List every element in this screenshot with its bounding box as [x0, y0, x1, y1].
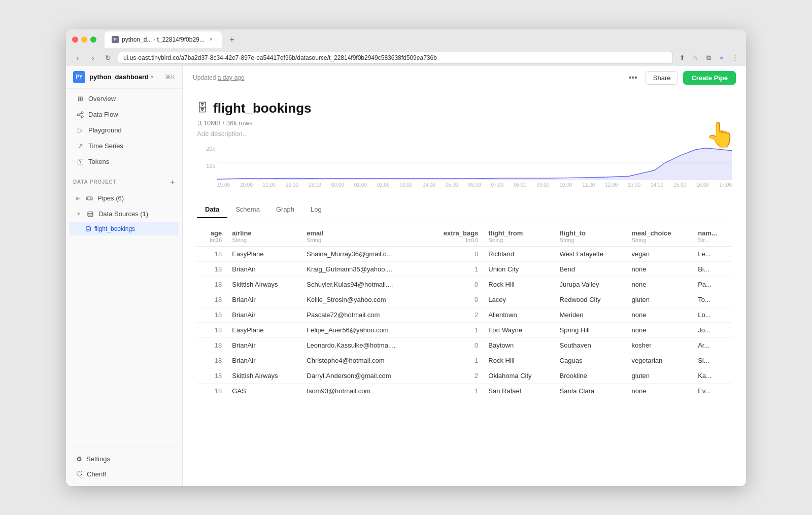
- workspace-name[interactable]: python_dashboard ▾: [89, 73, 153, 81]
- cell-name: Le...: [693, 246, 732, 261]
- tab-graph[interactable]: Graph: [268, 201, 302, 218]
- maximize-window-button[interactable]: [90, 37, 96, 43]
- cell-name: Ka...: [693, 368, 732, 383]
- back-button[interactable]: ‹: [72, 52, 83, 63]
- cell-airline: EasyPlane: [227, 322, 301, 337]
- overview-icon: ⊞: [76, 95, 84, 103]
- datasource-description[interactable]: Add description...: [197, 130, 732, 138]
- svg-point-0: [77, 114, 79, 116]
- datasource-db-icon: 🗄: [197, 101, 208, 115]
- cell-flight-to: Caguas: [555, 353, 627, 368]
- browser-tab[interactable]: P python_d... · t_22814f9f0b29... ×: [105, 31, 222, 48]
- cell-meal-choice: kosher: [627, 337, 693, 353]
- more-actions-button[interactable]: •••: [626, 71, 640, 84]
- tab-title: python_d... · t_22814f9f0b29...: [122, 36, 205, 43]
- new-tab-button[interactable]: +: [226, 33, 238, 46]
- cell-meal-choice: vegetarian: [627, 353, 693, 368]
- sidebar-item-flight-bookings[interactable]: flight_bookings: [69, 222, 179, 235]
- app-layout: PY python_dashboard ▾ ⌘K ⊞ Overview: [66, 66, 746, 486]
- address-bar[interactable]: ui.us-east.tinybird.co/a7ba2d37-8c34-42e…: [118, 52, 673, 64]
- tab-close-button[interactable]: ×: [208, 36, 215, 43]
- updated-link[interactable]: a day ago: [218, 74, 245, 81]
- sidebar-item-overview[interactable]: ⊞ Overview: [69, 91, 179, 107]
- bookmark-icon[interactable]: ☆: [690, 53, 700, 63]
- cell-airline: GAS: [227, 383, 301, 398]
- sidebar-item-data-sources[interactable]: ▼ Data Sources (1): [69, 207, 179, 222]
- table-row: 18 Skittish Airways Schuyler.Kulas94@hot…: [197, 277, 732, 292]
- datasource-title: flight_bookings: [213, 100, 312, 116]
- profile-icon[interactable]: ●: [717, 53, 727, 63]
- reload-button[interactable]: ↻: [103, 52, 114, 63]
- cell-email: Leonardo.Kassulke@hotma....: [301, 337, 423, 353]
- forward-button[interactable]: ›: [87, 52, 98, 63]
- cell-airline: BrianAir: [227, 261, 301, 277]
- cell-airline: BrianAir: [227, 353, 301, 368]
- share-icon[interactable]: ⬆: [677, 53, 687, 63]
- sidebar-item-pipes[interactable]: ▶ Pipes (6): [69, 191, 179, 206]
- cell-meal-choice: none: [627, 277, 693, 292]
- col-header-age: age Int16: [197, 226, 227, 247]
- cell-airline: Skittish Airways: [227, 368, 301, 383]
- sidebar-item-tokens[interactable]: ⚿ Tokens: [69, 154, 179, 169]
- cell-email: Kellie_Strosin@yahoo.com: [301, 292, 423, 307]
- cell-extra-bags: 2: [423, 368, 483, 383]
- create-pipe-button[interactable]: Create Pipe: [683, 71, 736, 85]
- table-row: 18 EasyPlane Shaina_Murray36@gmail.c... …: [197, 246, 732, 261]
- table-row: 18 BrianAir Kraig_Gutmann35@yahoo.... 1 …: [197, 261, 732, 277]
- cell-airline: BrianAir: [227, 337, 301, 353]
- cell-extra-bags: 1: [423, 353, 483, 368]
- cell-name: Ev...: [693, 383, 732, 398]
- cell-flight-from: Baytown: [483, 337, 554, 353]
- table-row: 18 EasyPlane Felipe_Auer56@yahoo.com 1 F…: [197, 322, 732, 337]
- cell-meal-choice: none: [627, 383, 693, 398]
- cell-flight-to: West Lafayette: [555, 246, 627, 261]
- sidebar-item-cheriff[interactable]: 🛡 Cheriff: [69, 467, 179, 482]
- table-header-row: age Int16 airline String email String: [197, 226, 732, 247]
- menu-icon[interactable]: ⋮: [730, 53, 740, 63]
- svg-point-8: [88, 212, 93, 214]
- chart-x-labels: 19:00 20:00 21:00 22:00 23:00 00:00 01:0…: [217, 182, 732, 191]
- browser-toolbar: ‹ › ↻ ui.us-east.tinybird.co/a7ba2d37-8c…: [66, 50, 746, 66]
- cell-extra-bags: 0: [423, 277, 483, 292]
- table-row: 18 BrianAir Kellie_Strosin@yahoo.com 0 L…: [197, 292, 732, 307]
- sidebar-item-settings[interactable]: ⚙ Settings: [69, 452, 179, 466]
- pipes-icon: [85, 194, 93, 202]
- svg-point-1: [81, 112, 83, 114]
- search-shortcut[interactable]: ⌘K: [165, 74, 175, 81]
- add-project-icon[interactable]: +: [171, 178, 175, 186]
- cell-email: Shaina_Murray36@gmail.c...: [301, 246, 423, 261]
- sidebar-item-time-series[interactable]: ↗ Time Series: [69, 139, 179, 154]
- share-button[interactable]: Share: [646, 71, 679, 85]
- cell-flight-from: Allentown: [483, 307, 554, 322]
- extensions-icon[interactable]: ⧉: [703, 53, 714, 63]
- browser-titlebar: P python_d... · t_22814f9f0b29... × +: [66, 29, 746, 50]
- main-topbar: Updated a day ago ••• Share Create Pipe: [183, 66, 746, 90]
- cell-email: Felipe_Auer56@yahoo.com: [301, 322, 423, 337]
- browser-chrome: P python_d... · t_22814f9f0b29... × + ‹ …: [66, 29, 746, 66]
- tab-log[interactable]: Log: [302, 201, 330, 218]
- tab-data[interactable]: Data: [197, 201, 227, 218]
- cell-flight-to: Bend: [555, 261, 627, 277]
- tab-schema[interactable]: Schema: [227, 201, 268, 218]
- sidebar-item-playground[interactable]: ▷ Playground: [69, 123, 179, 138]
- minimize-window-button[interactable]: [81, 37, 87, 43]
- cell-extra-bags: 1: [423, 383, 483, 398]
- close-window-button[interactable]: [72, 37, 78, 43]
- cell-flight-from: Union City: [483, 261, 554, 277]
- cell-flight-to: Meriden: [555, 307, 627, 322]
- cell-name: Lo...: [693, 307, 732, 322]
- cell-flight-from: Rock Hill: [483, 277, 554, 292]
- col-header-meal-choice: meal_choice String: [627, 226, 693, 247]
- cell-extra-bags: 1: [423, 322, 483, 337]
- sidebar-item-data-flow[interactable]: Data Flow: [69, 107, 179, 122]
- data-flow-icon: [76, 111, 84, 119]
- playground-icon: ▷: [76, 126, 84, 134]
- cell-extra-bags: 1: [423, 261, 483, 277]
- cell-flight-to: Spring Hill: [555, 322, 627, 337]
- col-header-name: nam... Str...: [693, 226, 732, 247]
- cell-flight-from: Richland: [483, 246, 554, 261]
- traffic-lights: [72, 37, 96, 43]
- datasource-title-row: 🗄 flight_bookings: [197, 100, 732, 116]
- sidebar: PY python_dashboard ▾ ⌘K ⊞ Overview: [66, 66, 183, 486]
- data-table: age Int16 airline String email String: [197, 226, 732, 398]
